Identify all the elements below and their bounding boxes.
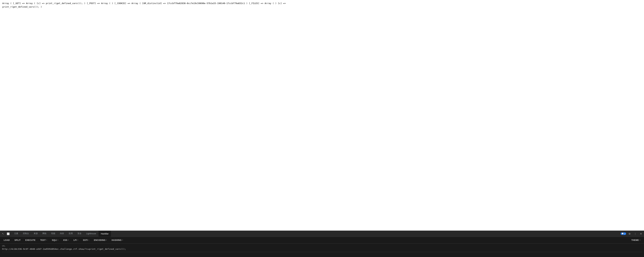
ssti-dropdown-arrow: ▾ <box>88 239 89 241</box>
devtools-right-controls: 💬 2 ⚙ ⋮ ✕ <box>620 232 643 236</box>
theme-dropdown-arrow: ▾ <box>640 239 640 241</box>
tab-application[interactable]: 应用 <box>66 231 75 237</box>
load-button[interactable]: LOAD <box>1 238 12 242</box>
more-button[interactable]: ⋮ <box>633 232 638 236</box>
tab-elements[interactable]: 元素 <box>12 231 20 237</box>
sqli-dropdown-arrow: ▾ <box>58 239 58 241</box>
inspect-icon: ⬜ <box>7 233 10 235</box>
devtools-left-icons: ↖ ⬜ <box>1 232 10 236</box>
tab-hackbar[interactable]: HackBar <box>98 231 111 237</box>
theme-button[interactable]: THEME ▾ <box>629 238 643 242</box>
url-label: URL <box>2 245 642 247</box>
sqli-button[interactable]: SQLI ▾ <box>50 238 61 242</box>
output-line2: print_r(get_defined_vars()); ) <box>2 5 42 8</box>
close-icon: ✕ <box>640 233 642 235</box>
split-button[interactable]: SPLIT <box>12 238 23 242</box>
hackbar-toolbar: LOAD SPLIT EXECUTE TEST ▾ SQLI ▾ XSS ▾ L… <box>0 237 644 244</box>
xss-dropdown-arrow: ▾ <box>68 239 69 241</box>
settings-button[interactable]: ⚙ <box>627 232 632 236</box>
encoding-dropdown-arrow: ▾ <box>106 239 107 241</box>
url-input[interactable]: http://4c18c336-9c9f-4848-a3d7-2ad595d85… <box>2 248 642 250</box>
hashing-dropdown-arrow: ▾ <box>122 239 123 241</box>
tab-memory[interactable]: 内存 <box>58 231 66 237</box>
ssti-button[interactable]: SSTI ▾ <box>80 238 92 242</box>
main-content-area: Array ( [_GET] => Array ( [c] => print_r… <box>0 0 644 231</box>
encoding-button[interactable]: ENCODING ▾ <box>92 238 109 242</box>
settings-icon: ⚙ <box>628 233 631 235</box>
inspect-icon-btn[interactable]: ⬜ <box>6 232 10 236</box>
cursor-icon-btn[interactable]: ↖ <box>1 232 6 236</box>
xss-button[interactable]: XSS ▾ <box>61 238 71 242</box>
lfi-button[interactable]: LFI ▾ <box>71 238 80 242</box>
devtools-panel: ↖ ⬜ 元素 控制台 来源 网络 性能 内存 <box>0 231 644 257</box>
close-devtools-button[interactable]: ✕ <box>638 232 643 236</box>
more-icon: ⋮ <box>634 233 636 235</box>
lfi-dropdown-arrow: ▾ <box>78 239 78 241</box>
devtools-tabbar: ↖ ⬜ 元素 控制台 来源 网络 性能 内存 <box>0 231 644 237</box>
tab-sources[interactable]: 来源 <box>31 231 40 237</box>
tab-network[interactable]: 网络 <box>40 231 49 237</box>
test-button[interactable]: TEST ▾ <box>38 238 50 242</box>
test-dropdown-arrow: ▾ <box>46 239 47 241</box>
tab-security[interactable]: 安全 <box>75 231 84 237</box>
execute-button[interactable]: EXECUTE <box>23 238 38 242</box>
chat-icon: 💬 <box>622 233 624 235</box>
hackbar-url-area: URL http://4c18c336-9c9f-4848-a3d7-2ad59… <box>0 244 644 257</box>
badge-count: 2 <box>624 233 625 235</box>
cursor-icon: ↖ <box>2 233 4 235</box>
hashing-button[interactable]: HASHING ▾ <box>109 238 125 242</box>
devtools-tabs: 元素 控制台 来源 网络 性能 内存 应用 安全 <box>12 231 620 237</box>
output-line1: Array ( [_GET] => Array ( [c] => print_r… <box>2 2 286 4</box>
tab-performance[interactable]: 性能 <box>49 231 58 237</box>
tab-lighthouse[interactable]: Lighthouse <box>84 231 98 237</box>
tab-console[interactable]: 控制台 <box>20 231 31 237</box>
issues-badge[interactable]: 💬 2 <box>620 233 626 235</box>
